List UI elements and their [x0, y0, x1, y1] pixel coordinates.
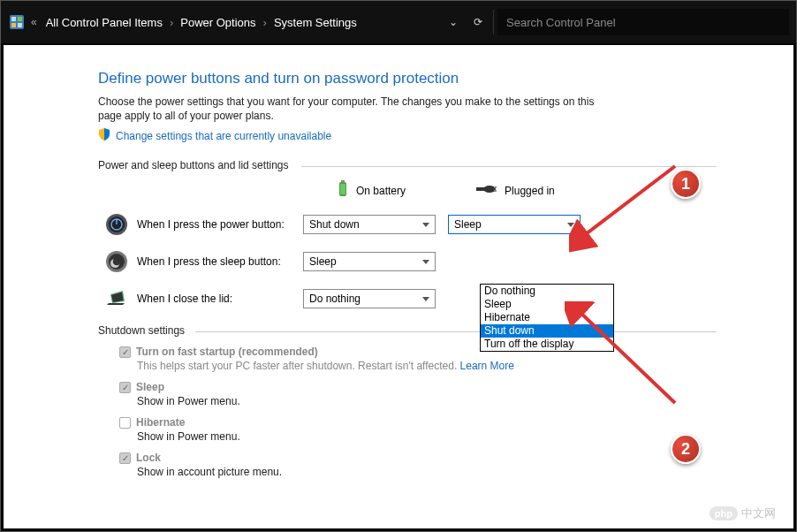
search-input[interactable] [497, 9, 789, 35]
breadcrumb-item[interactable]: All Control Panel Items [46, 16, 163, 29]
chevron-right-icon: › [263, 16, 267, 29]
content-area: Define power buttons and turn on passwor… [4, 45, 793, 528]
watermark-logo: php [710, 506, 738, 521]
learn-more-link[interactable]: Learn More [460, 360, 514, 372]
breadcrumb-item[interactable]: Power Options [180, 16, 255, 29]
annotation-badge-2: 2 [671, 434, 701, 464]
chevron-left-icon[interactable]: « [31, 16, 37, 28]
svg-rect-10 [494, 186, 497, 188]
sleep-item: Sleep Show in Power menu. [119, 381, 717, 407]
plugged-in-header: Plugged in [476, 183, 555, 198]
dropdown-option[interactable]: Turn off the display [481, 338, 613, 351]
svg-rect-9 [476, 187, 485, 191]
dropdown-menu: Do nothing Sleep Hibernate Shut down Tur… [480, 284, 614, 352]
watermark: php 中文网 [710, 505, 776, 521]
battery-icon [337, 180, 349, 201]
page-title: Define power buttons and turn on passwor… [98, 70, 717, 87]
laptop-lid-icon [105, 287, 128, 310]
control-panel-icon [8, 13, 26, 31]
chevron-right-icon: › [170, 16, 173, 29]
hibernate-checkbox[interactable] [119, 417, 131, 429]
dropdown-option[interactable]: Do nothing [481, 285, 613, 298]
power-button-row: When I press the power button: Shut down… [98, 213, 717, 236]
svg-point-8 [483, 186, 496, 193]
svg-rect-2 [18, 17, 22, 21]
sleep-button-label: When I press the sleep button: [137, 255, 303, 268]
section-shutdown-legend: Shutdown settings [98, 324, 717, 337]
fast-startup-item: Turn on fast startup (recommended) This … [119, 346, 717, 372]
power-button-icon [105, 213, 128, 236]
dropdown-option[interactable]: Hibernate [481, 311, 613, 324]
on-battery-header: On battery [337, 180, 406, 201]
breadcrumb-group: « All Control Panel Items › Power Option… [8, 13, 357, 31]
plug-icon [476, 183, 497, 198]
sleep-checkbox[interactable] [119, 382, 131, 393]
hibernate-desc: Show in Power menu. [137, 430, 717, 443]
refresh-icon[interactable]: ⟳ [474, 16, 482, 28]
sleep-button-icon [105, 250, 128, 273]
lid-close-row: When I close the lid: Do nothing [98, 287, 717, 310]
sleep-button-battery-select[interactable]: Sleep [303, 252, 436, 271]
shield-icon [98, 128, 110, 143]
dropdown-option[interactable]: Sleep [481, 298, 613, 311]
title-bar: « All Control Panel Items › Power Option… [1, 1, 796, 43]
svg-rect-4 [18, 23, 22, 27]
svg-rect-6 [341, 180, 345, 183]
svg-rect-3 [11, 23, 16, 27]
on-battery-label: On battery [356, 185, 406, 197]
lock-desc: Show in account picture menu. [137, 466, 717, 478]
section-power-buttons-legend: Power and sleep buttons and lid settings [98, 159, 717, 171]
fast-startup-checkbox[interactable] [119, 346, 131, 358]
power-button-plugged-select[interactable]: Sleep [448, 215, 581, 234]
svg-rect-1 [11, 17, 16, 21]
sleep-desc: Show in Power menu. [137, 395, 717, 407]
titlebar-controls: ⌄ ⟳ [449, 16, 482, 28]
sleep-label: Sleep [136, 381, 164, 393]
breadcrumb-item[interactable]: System Settings [274, 16, 357, 29]
lid-close-label: When I close the lid: [137, 293, 303, 305]
lock-label: Lock [136, 452, 161, 464]
hibernate-label: Hibernate [136, 416, 185, 429]
lock-item: Lock Show in account picture menu. [119, 452, 717, 478]
change-settings-link[interactable]: Change settings that are currently unava… [98, 128, 717, 143]
annotation-badge-1: 1 [671, 169, 701, 199]
page-description: Choose the power settings that you want … [98, 95, 602, 123]
sleep-button-row: When I press the sleep button: Sleep [98, 250, 717, 273]
fast-startup-desc: This helps start your PC faster after sh… [137, 360, 460, 372]
lock-checkbox[interactable] [119, 452, 131, 464]
power-button-battery-select[interactable]: Shut down [303, 215, 436, 234]
fast-startup-label: Turn on fast startup (recommended) [136, 346, 318, 358]
plugged-in-label: Plugged in [505, 185, 555, 197]
power-columns-header: On battery Plugged in [337, 180, 717, 201]
chevron-down-icon[interactable]: ⌄ [449, 16, 458, 28]
dropdown-option-highlighted[interactable]: Shut down [481, 324, 613, 338]
svg-rect-11 [494, 190, 497, 192]
change-settings-link-text[interactable]: Change settings that are currently unava… [116, 130, 331, 142]
lid-close-battery-select[interactable]: Do nothing [303, 289, 436, 308]
power-button-label: When I press the power button: [137, 218, 303, 231]
separator [493, 10, 494, 34]
svg-rect-7 [340, 184, 345, 194]
breadcrumb: All Control Panel Items › Power Options … [46, 16, 357, 29]
watermark-text: 中文网 [741, 505, 776, 521]
hibernate-item: Hibernate Show in Power menu. [119, 416, 717, 443]
